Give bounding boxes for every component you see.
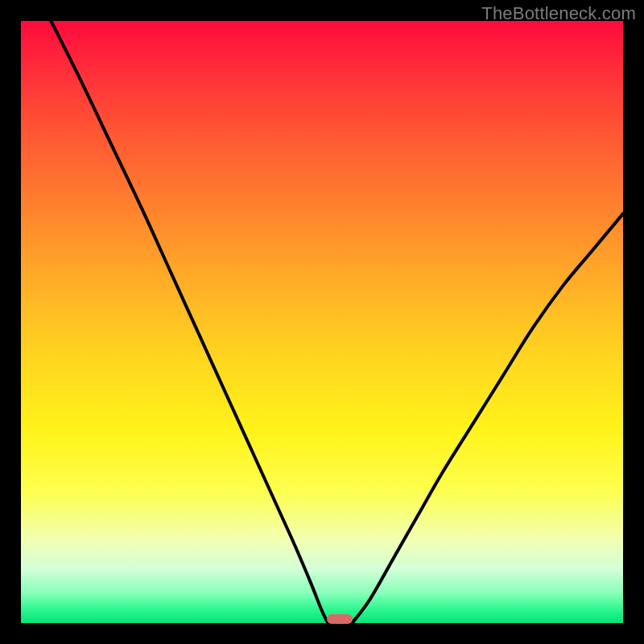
chart-frame: TheBottleneck.com — [0, 0, 644, 644]
curve-left-branch — [51, 21, 328, 623]
optimal-marker — [327, 614, 353, 624]
chart-plot-area — [21, 21, 623, 623]
watermark-text: TheBottleneck.com — [481, 3, 636, 24]
bottleneck-curve — [21, 21, 623, 623]
curve-right-branch — [352, 213, 623, 623]
